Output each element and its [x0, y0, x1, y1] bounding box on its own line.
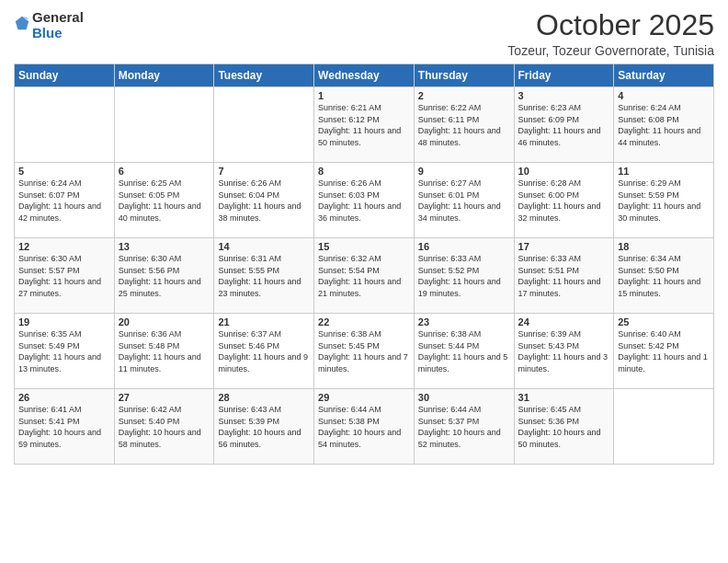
day-number: 16: [418, 241, 510, 252]
cell-details: Sunrise: 6:24 AMSunset: 6:07 PMDaylight:…: [18, 178, 110, 224]
logo-blue-text: Blue: [32, 25, 84, 40]
calendar-cell: 26Sunrise: 6:41 AMSunset: 5:41 PMDayligh…: [15, 389, 115, 465]
logo-general-text: General: [32, 9, 84, 25]
cell-details: Sunrise: 6:30 AMSunset: 5:56 PMDaylight:…: [119, 253, 210, 299]
weekday-header-friday: Friday: [514, 64, 614, 87]
calendar-cell: 29Sunrise: 6:44 AMSunset: 5:38 PMDayligh…: [314, 389, 415, 465]
cell-details: Sunrise: 6:41 AMSunset: 5:41 PMDaylight:…: [18, 404, 110, 450]
cell-details: Sunrise: 6:29 AMSunset: 5:59 PMDaylight:…: [618, 178, 710, 224]
day-number: 27: [119, 392, 210, 403]
cell-details: Sunrise: 6:44 AMSunset: 5:38 PMDaylight:…: [318, 404, 410, 450]
cell-details: Sunrise: 6:30 AMSunset: 5:57 PMDaylight:…: [18, 253, 110, 299]
cell-details: Sunrise: 6:38 AMSunset: 5:44 PMDaylight:…: [418, 328, 510, 374]
day-number: 14: [218, 241, 310, 252]
calendar-cell: [214, 87, 314, 163]
calendar-cell: 24Sunrise: 6:39 AMSunset: 5:43 PMDayligh…: [514, 314, 614, 389]
cell-details: Sunrise: 6:33 AMSunset: 5:52 PMDaylight:…: [418, 253, 510, 299]
cell-details: Sunrise: 6:43 AMSunset: 5:39 PMDaylight:…: [218, 404, 310, 450]
cell-details: Sunrise: 6:21 AMSunset: 6:12 PMDaylight:…: [318, 102, 410, 148]
day-number: 2: [418, 90, 510, 101]
week-row-5: 26Sunrise: 6:41 AMSunset: 5:41 PMDayligh…: [15, 389, 714, 465]
page: General Blue October 2025 Tozeur, Tozeur…: [0, 0, 728, 563]
calendar-cell: 18Sunrise: 6:34 AMSunset: 5:50 PMDayligh…: [614, 238, 714, 314]
weekday-header-monday: Monday: [114, 64, 214, 87]
day-number: 4: [618, 90, 710, 101]
cell-details: Sunrise: 6:45 AMSunset: 5:36 PMDaylight:…: [518, 404, 610, 450]
week-row-2: 5Sunrise: 6:24 AMSunset: 6:07 PMDaylight…: [15, 163, 714, 238]
day-number: 21: [218, 316, 310, 327]
cell-details: Sunrise: 6:33 AMSunset: 5:51 PMDaylight:…: [518, 253, 610, 299]
cell-details: Sunrise: 6:32 AMSunset: 5:54 PMDaylight:…: [318, 253, 410, 299]
cell-details: Sunrise: 6:22 AMSunset: 6:11 PMDaylight:…: [418, 102, 510, 148]
calendar-cell: 21Sunrise: 6:37 AMSunset: 5:46 PMDayligh…: [214, 314, 314, 389]
cell-details: Sunrise: 6:35 AMSunset: 5:49 PMDaylight:…: [18, 328, 110, 374]
calendar-cell: 8Sunrise: 6:26 AMSunset: 6:03 PMDaylight…: [314, 163, 415, 238]
month-title: October 2025: [507, 9, 714, 41]
cell-details: Sunrise: 6:36 AMSunset: 5:48 PMDaylight:…: [119, 328, 210, 374]
cell-details: Sunrise: 6:23 AMSunset: 6:09 PMDaylight:…: [518, 102, 610, 148]
calendar-cell: 2Sunrise: 6:22 AMSunset: 6:11 PMDaylight…: [414, 87, 514, 163]
day-number: 30: [418, 392, 510, 403]
calendar-cell: 31Sunrise: 6:45 AMSunset: 5:36 PMDayligh…: [514, 389, 614, 465]
weekday-header-thursday: Thursday: [414, 64, 514, 87]
cell-details: Sunrise: 6:44 AMSunset: 5:37 PMDaylight:…: [418, 404, 510, 450]
calendar-cell: 1Sunrise: 6:21 AMSunset: 6:12 PMDaylight…: [314, 87, 415, 163]
calendar-cell: [614, 389, 714, 465]
calendar-cell: 13Sunrise: 6:30 AMSunset: 5:56 PMDayligh…: [114, 238, 214, 314]
weekday-header-saturday: Saturday: [614, 64, 714, 87]
day-number: 29: [318, 392, 410, 403]
cell-details: Sunrise: 6:25 AMSunset: 6:05 PMDaylight:…: [119, 178, 210, 224]
calendar-cell: 22Sunrise: 6:38 AMSunset: 5:45 PMDayligh…: [314, 314, 415, 389]
weekday-header-sunday: Sunday: [15, 64, 115, 87]
cell-details: Sunrise: 6:39 AMSunset: 5:43 PMDaylight:…: [518, 328, 610, 374]
calendar-cell: 15Sunrise: 6:32 AMSunset: 5:54 PMDayligh…: [314, 238, 415, 314]
calendar-cell: 27Sunrise: 6:42 AMSunset: 5:40 PMDayligh…: [114, 389, 214, 465]
day-number: 5: [18, 166, 110, 177]
calendar-cell: 11Sunrise: 6:29 AMSunset: 5:59 PMDayligh…: [614, 163, 714, 238]
calendar-cell: 20Sunrise: 6:36 AMSunset: 5:48 PMDayligh…: [114, 314, 214, 389]
day-number: 11: [618, 166, 710, 177]
cell-details: Sunrise: 6:27 AMSunset: 6:01 PMDaylight:…: [418, 178, 510, 224]
day-number: 28: [218, 392, 310, 403]
day-number: 1: [318, 90, 410, 101]
header: General Blue October 2025 Tozeur, Tozeur…: [14, 9, 714, 58]
calendar-cell: 3Sunrise: 6:23 AMSunset: 6:09 PMDaylight…: [514, 87, 614, 163]
cell-details: Sunrise: 6:28 AMSunset: 6:00 PMDaylight:…: [518, 178, 610, 224]
day-number: 6: [119, 166, 210, 177]
title-block: October 2025 Tozeur, Tozeur Governorate,…: [507, 9, 714, 58]
calendar-cell: 9Sunrise: 6:27 AMSunset: 6:01 PMDaylight…: [414, 163, 514, 238]
calendar-cell: 10Sunrise: 6:28 AMSunset: 6:00 PMDayligh…: [514, 163, 614, 238]
calendar-cell: 30Sunrise: 6:44 AMSunset: 5:37 PMDayligh…: [414, 389, 514, 465]
cell-details: Sunrise: 6:31 AMSunset: 5:55 PMDaylight:…: [218, 253, 310, 299]
day-number: 20: [119, 316, 210, 327]
cell-details: Sunrise: 6:26 AMSunset: 6:03 PMDaylight:…: [318, 178, 410, 224]
calendar-table: SundayMondayTuesdayWednesdayThursdayFrid…: [14, 63, 714, 465]
calendar-cell: 25Sunrise: 6:40 AMSunset: 5:42 PMDayligh…: [614, 314, 714, 389]
calendar-cell: 4Sunrise: 6:24 AMSunset: 6:08 PMDaylight…: [614, 87, 714, 163]
day-number: 3: [518, 90, 610, 101]
calendar-cell: 14Sunrise: 6:31 AMSunset: 5:55 PMDayligh…: [214, 238, 314, 314]
calendar-header-row: SundayMondayTuesdayWednesdayThursdayFrid…: [15, 64, 714, 87]
cell-details: Sunrise: 6:38 AMSunset: 5:45 PMDaylight:…: [318, 328, 410, 374]
week-row-4: 19Sunrise: 6:35 AMSunset: 5:49 PMDayligh…: [15, 314, 714, 389]
calendar-cell: 28Sunrise: 6:43 AMSunset: 5:39 PMDayligh…: [214, 389, 314, 465]
cell-details: Sunrise: 6:40 AMSunset: 5:42 PMDaylight:…: [618, 328, 710, 374]
day-number: 25: [618, 316, 710, 327]
calendar-cell: 5Sunrise: 6:24 AMSunset: 6:07 PMDaylight…: [15, 163, 115, 238]
calendar-cell: 16Sunrise: 6:33 AMSunset: 5:52 PMDayligh…: [414, 238, 514, 314]
weekday-header-tuesday: Tuesday: [214, 64, 314, 87]
day-number: 23: [418, 316, 510, 327]
calendar-cell: [114, 87, 214, 163]
day-number: 12: [18, 241, 110, 252]
weekday-header-wednesday: Wednesday: [314, 64, 415, 87]
logo-icon: [14, 15, 30, 31]
calendar-cell: 12Sunrise: 6:30 AMSunset: 5:57 PMDayligh…: [15, 238, 115, 314]
calendar-cell: 23Sunrise: 6:38 AMSunset: 5:44 PMDayligh…: [414, 314, 514, 389]
day-number: 17: [518, 241, 610, 252]
day-number: 26: [18, 392, 110, 403]
calendar-cell: [15, 87, 115, 163]
calendar-cell: 19Sunrise: 6:35 AMSunset: 5:49 PMDayligh…: [15, 314, 115, 389]
cell-details: Sunrise: 6:42 AMSunset: 5:40 PMDaylight:…: [119, 404, 210, 450]
day-number: 8: [318, 166, 410, 177]
day-number: 22: [318, 316, 410, 327]
